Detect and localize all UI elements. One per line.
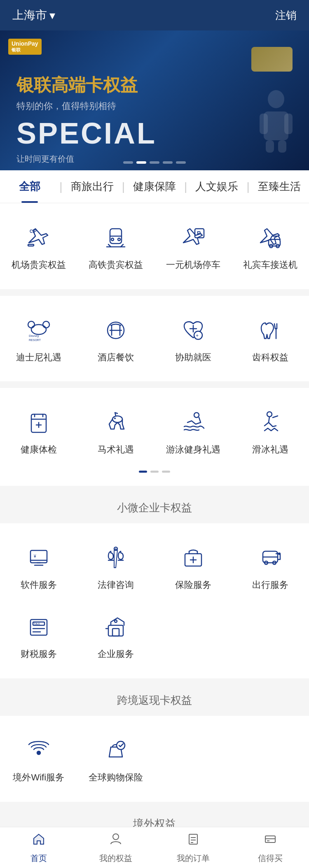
svg-rect-4: [266, 140, 274, 153]
enterprise-section-header: 小微企业卡权益: [0, 492, 309, 523]
car-pickup-label: 礼宾车接送机: [243, 259, 297, 271]
section-travel: CIP 机场贵宾权益 高铁贵宾权益: [0, 203, 309, 289]
nav-orders-label: 我的订单: [177, 853, 210, 864]
tab-divider-2: |: [122, 180, 125, 193]
banner-card-image: [251, 47, 293, 72]
tab-divider-4: |: [247, 180, 250, 193]
wifi-icon: [22, 734, 55, 767]
banner-person-silhouette: [251, 87, 301, 162]
tab-culture[interactable]: 人文娱乐: [187, 170, 246, 203]
svg-point-65: [115, 620, 117, 622]
travel-grid: CIP 机场贵宾权益 高铁贵宾权益: [0, 211, 309, 281]
enterprise-service-label: 企业服务: [98, 648, 134, 660]
tax-item[interactable]: TAX 财税服务: [0, 601, 77, 670]
svg-rect-3: [284, 114, 293, 134]
svg-rect-43: [30, 550, 47, 563]
parking-item[interactable]: P 一元机场停车: [154, 211, 232, 281]
enterprise-section: ¥ 软件服务 法律咨询: [0, 523, 309, 678]
tab-divider-1: |: [59, 180, 62, 193]
tab-all[interactable]: 全部: [0, 170, 59, 203]
home-icon: [31, 832, 46, 850]
insurance-item[interactable]: 保险服务: [154, 531, 232, 601]
nav-my-rights[interactable]: 我的权益: [77, 827, 155, 868]
banner-dot-4[interactable]: [163, 161, 173, 164]
health-check-icon: [22, 406, 55, 439]
dental-label: 齿科权益: [252, 352, 288, 364]
shopping-insurance-icon: [99, 734, 132, 767]
legal-label: 法律咨询: [98, 579, 134, 591]
parking-icon: P: [177, 221, 210, 254]
equestrian-label: 马术礼遇: [98, 444, 134, 456]
my-rights-icon: [108, 832, 123, 850]
health-check-label: 健康体检: [21, 444, 57, 456]
svg-text:+: +: [196, 333, 199, 339]
lifestyle-grid: Disney RESORT 迪士尼礼遇 酒店餐饮: [0, 304, 309, 374]
legal-item[interactable]: 法律咨询: [77, 531, 155, 601]
location-text: 上海市: [12, 7, 47, 23]
car-pickup-icon: [254, 221, 287, 254]
svg-point-58: [278, 552, 281, 555]
banner-dot-5[interactable]: [176, 161, 186, 164]
tab-travel[interactable]: 商旅出行: [62, 170, 122, 203]
transport-label: 出行服务: [252, 579, 288, 591]
location-button[interactable]: 上海市 ▾: [12, 7, 55, 23]
disney-label: 迪士尼礼遇: [16, 352, 61, 364]
hotel-dining-icon: [99, 314, 132, 347]
bottom-navigation: 首页 我的权益 我的订单 信得买: [0, 827, 309, 868]
nav-orders[interactable]: 我的订单: [154, 827, 232, 868]
sports-grid: 健康体检 马术礼遇 游泳健身: [0, 396, 309, 466]
medical-icon: +: [177, 314, 210, 347]
banner-dot-2[interactable]: [136, 161, 146, 164]
enterprise-grid-2: TAX 财税服务 企业服务: [0, 601, 309, 670]
transport-item[interactable]: 出行服务: [232, 531, 309, 601]
banner-dot-3[interactable]: [150, 161, 159, 164]
svg-text:CIP: CIP: [30, 229, 37, 234]
enterprise-service-item[interactable]: 企业服务: [77, 601, 155, 670]
tab-health[interactable]: 健康保障: [125, 170, 184, 203]
skating-item[interactable]: 滑冰礼遇: [232, 396, 309, 466]
swimming-icon: [177, 406, 210, 439]
dental-icon: [254, 314, 287, 347]
train-vip-label: 高铁贵宾权益: [89, 259, 143, 271]
top-header: 上海市 ▾ 注销: [0, 0, 309, 30]
equestrian-item[interactable]: 马术礼遇: [77, 396, 155, 466]
nav-home[interactable]: 首页: [0, 827, 77, 868]
nav-credit[interactable]: 信得买: [232, 827, 309, 868]
svg-text:P: P: [197, 230, 201, 237]
hotel-dining-item[interactable]: 酒店餐饮: [77, 304, 155, 374]
airport-vip-label: 机场贵宾权益: [12, 259, 66, 271]
skating-icon: [254, 406, 287, 439]
banner-dots: [123, 161, 186, 164]
software-label: 软件服务: [21, 579, 57, 591]
shopping-insurance-item[interactable]: 全球购物保险: [77, 724, 155, 794]
enterprise-service-icon: [99, 610, 132, 643]
svg-text:TAX: TAX: [34, 622, 40, 626]
svg-point-69: [117, 741, 125, 750]
airport-vip-item[interactable]: CIP 机场贵宾权益: [0, 211, 77, 281]
svg-rect-5: [278, 140, 286, 153]
enterprise-title: 小微企业卡权益: [117, 501, 192, 514]
software-item[interactable]: ¥ 软件服务: [0, 531, 77, 601]
tab-divider-3: |: [184, 180, 187, 193]
svg-rect-64: [108, 625, 123, 636]
car-pickup-item[interactable]: 礼宾车接送机: [232, 211, 309, 281]
credit-icon: [263, 832, 278, 850]
health-check-item[interactable]: 健康体检: [0, 396, 77, 466]
wifi-item[interactable]: 境外Wifi服务: [0, 724, 77, 794]
svg-point-95: [113, 834, 119, 840]
nav-home-label: 首页: [30, 853, 47, 864]
shopping-insurance-label: 全球购物保险: [89, 772, 143, 784]
banner-dot-1[interactable]: [123, 161, 133, 164]
disney-item[interactable]: Disney RESORT 迪士尼礼遇: [0, 304, 77, 374]
section-sports: 健康体检 马术礼遇 游泳健身: [0, 388, 309, 486]
logout-button[interactable]: 注销: [275, 8, 297, 23]
airport-vip-icon: CIP: [22, 221, 55, 254]
medical-item[interactable]: + 协助就医: [154, 304, 232, 374]
train-vip-item[interactable]: 高铁贵宾权益: [77, 211, 155, 281]
dental-item[interactable]: 齿科权益: [232, 304, 309, 374]
tax-label: 财税服务: [21, 648, 57, 660]
insurance-icon: [177, 541, 210, 574]
svg-point-0: [268, 90, 284, 108]
tab-premium[interactable]: 至臻生活: [250, 170, 309, 203]
swimming-item[interactable]: 游泳健身礼遇: [154, 396, 232, 466]
